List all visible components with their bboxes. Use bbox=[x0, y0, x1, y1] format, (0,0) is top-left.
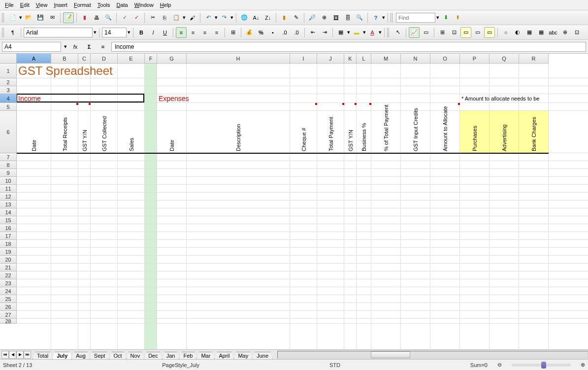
percent-button[interactable]: % bbox=[256, 27, 266, 38]
zoom-slider[interactable] bbox=[512, 364, 571, 367]
align-center-button[interactable]: ≡ bbox=[188, 27, 198, 38]
toolbar-grip[interactable] bbox=[391, 13, 393, 23]
col-header-F[interactable]: F bbox=[145, 54, 157, 64]
function-wizard-button[interactable]: fx bbox=[70, 41, 81, 52]
col-header-I[interactable]: I bbox=[290, 54, 317, 64]
insert-mode-indicator[interactable]: STD bbox=[329, 362, 340, 368]
col-header-B[interactable]: B bbox=[51, 54, 78, 64]
b7[interactable]: ◐ bbox=[512, 27, 523, 38]
col-header-R[interactable]: R bbox=[519, 54, 549, 64]
find-up-button[interactable]: ⬆ bbox=[452, 12, 463, 23]
sheet-tab-feb[interactable]: Feb bbox=[179, 352, 197, 359]
row-header-28[interactable]: 28 bbox=[0, 319, 17, 324]
align-right-button[interactable]: ≡ bbox=[199, 27, 210, 38]
currency-button[interactable]: 💰 bbox=[244, 27, 255, 38]
sheet-tab-june[interactable]: June bbox=[252, 352, 273, 359]
datasources-button[interactable]: 🗄 bbox=[342, 12, 353, 23]
navigator-button[interactable]: ⊕ bbox=[319, 12, 329, 23]
font-color-button[interactable]: A bbox=[367, 27, 378, 38]
row-header-5[interactable]: 5 bbox=[0, 103, 17, 111]
col-header-O[interactable]: O bbox=[430, 54, 460, 64]
row-header-4[interactable]: 4 bbox=[0, 94, 17, 103]
mail-button[interactable]: ✉ bbox=[47, 12, 58, 23]
function-button[interactable]: = bbox=[98, 41, 108, 52]
cell-L6[interactable]: Business % bbox=[357, 111, 371, 153]
cell-C6[interactable]: GST Y/N bbox=[78, 111, 91, 153]
chart-button[interactable]: ▮ bbox=[279, 12, 290, 23]
row-header-7[interactable]: 7 bbox=[0, 153, 17, 161]
cell-M6[interactable]: % of Total Payment bbox=[371, 111, 401, 153]
cell-H6[interactable]: Description bbox=[187, 111, 290, 153]
row-header-9[interactable]: 9 bbox=[0, 169, 17, 177]
cell-reference-input[interactable] bbox=[2, 42, 61, 52]
row-header-12[interactable]: 12 bbox=[0, 193, 17, 201]
b9[interactable]: ▦ bbox=[536, 27, 547, 38]
b10[interactable]: abc bbox=[548, 27, 558, 38]
increase-indent-button[interactable]: ⇥ bbox=[319, 27, 330, 38]
row-header-21[interactable]: 21 bbox=[0, 264, 17, 271]
sum-indicator[interactable]: Sum=0 bbox=[470, 362, 488, 368]
help-button[interactable]: ? bbox=[370, 12, 381, 23]
font-name-input[interactable] bbox=[24, 28, 93, 37]
print-button[interactable]: 🖶 bbox=[91, 12, 102, 23]
cell-N6[interactable]: GST Input Credits bbox=[401, 111, 430, 153]
sheet-tab-dec[interactable]: Dec bbox=[144, 352, 163, 359]
spellcheck-button[interactable]: ✓ bbox=[119, 12, 130, 23]
show-drawbar-button[interactable]: ✎ bbox=[291, 12, 301, 23]
column-headers[interactable]: ABCDEFGHIJKLMNOPQR bbox=[17, 54, 549, 64]
menu-format[interactable]: Format bbox=[71, 1, 94, 9]
font-size-input[interactable] bbox=[102, 28, 127, 37]
b4[interactable]: ▭ bbox=[472, 27, 483, 38]
menu-data[interactable]: Data bbox=[113, 1, 131, 9]
sort-desc-button[interactable]: Z↓ bbox=[262, 12, 273, 23]
tab-prev-button[interactable]: ◀ bbox=[9, 351, 16, 359]
sort-asc-button[interactable]: A↓ bbox=[251, 12, 261, 23]
zoom-out-button[interactable]: ⊖ bbox=[497, 362, 502, 368]
zoom-in-button[interactable]: ⊕ bbox=[581, 362, 585, 368]
b3[interactable]: ▭ bbox=[460, 27, 471, 38]
copy-button[interactable]: ⎘ bbox=[159, 12, 170, 23]
cell-Q6[interactable]: Advertising bbox=[490, 111, 519, 153]
toolbar-grip[interactable] bbox=[2, 28, 5, 37]
print-preview-button[interactable]: 🔍 bbox=[103, 12, 114, 23]
cut-button[interactable]: ✂ bbox=[147, 12, 158, 23]
col-header-Q[interactable]: Q bbox=[490, 54, 519, 64]
cell-P4[interactable]: * Amount to allocate needs to be bbox=[460, 94, 588, 103]
row-header-2[interactable]: 2 bbox=[0, 78, 17, 86]
tab-first-button[interactable]: ⏮ bbox=[1, 351, 9, 359]
find-down-button[interactable]: ⬇ bbox=[440, 12, 451, 23]
row-header-3[interactable]: 3 bbox=[0, 86, 17, 94]
sheet-tab-aug[interactable]: Aug bbox=[71, 352, 90, 359]
comment-marker-O5[interactable] bbox=[458, 103, 460, 105]
spreadsheet-area[interactable]: ABCDEFGHIJKLMNOPQR 123456789101112131415… bbox=[0, 54, 588, 349]
row-header-13[interactable]: 13 bbox=[0, 201, 17, 208]
menu-edit[interactable]: Edit bbox=[17, 1, 33, 9]
cell-J6[interactable]: Total Payment bbox=[317, 111, 344, 153]
sheet-tab-total[interactable]: Total bbox=[33, 352, 53, 359]
b2[interactable]: ⊡ bbox=[449, 27, 459, 38]
autospell-button[interactable]: ✓ bbox=[131, 12, 142, 23]
zoom-button[interactable]: 🔍 bbox=[354, 12, 365, 23]
row-header-18[interactable]: 18 bbox=[0, 240, 17, 248]
menu-tools[interactable]: Tools bbox=[95, 1, 113, 9]
comment-marker-B5[interactable] bbox=[76, 103, 78, 105]
b5[interactable]: ▭ bbox=[484, 27, 495, 38]
col-header-K[interactable]: K bbox=[344, 54, 357, 64]
menu-window[interactable]: Window bbox=[131, 1, 157, 9]
cell-E6[interactable]: Sales bbox=[118, 111, 145, 153]
comment-marker-L5[interactable] bbox=[369, 103, 371, 105]
row-header-19[interactable]: 19 bbox=[0, 248, 17, 256]
row-header-14[interactable]: 14 bbox=[0, 208, 17, 216]
find-input[interactable] bbox=[396, 13, 435, 23]
cell-G4[interactable]: Expenses bbox=[157, 94, 256, 103]
sheet-tab-sept[interactable]: Sept bbox=[90, 352, 110, 359]
bold-button[interactable]: B bbox=[136, 27, 147, 38]
col-header-D[interactable]: D bbox=[91, 54, 118, 64]
select-all-corner[interactable] bbox=[0, 54, 17, 64]
cell-D6[interactable]: GST Collected bbox=[91, 111, 118, 153]
menu-help[interactable]: Help bbox=[157, 1, 174, 9]
col-header-J[interactable]: J bbox=[317, 54, 344, 64]
row-header-17[interactable]: 17 bbox=[0, 232, 17, 240]
cell-A4[interactable]: Income bbox=[17, 94, 145, 103]
toolbar-grip[interactable] bbox=[387, 28, 390, 37]
